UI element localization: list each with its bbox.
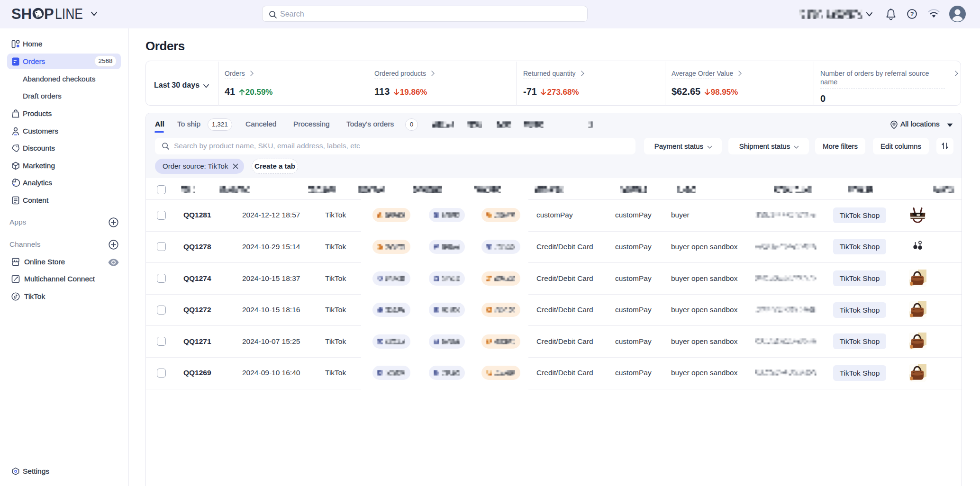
- svg-text:?: ?: [910, 11, 914, 18]
- svg-text:P: P: [44, 7, 54, 21]
- svg-text:SH: SH: [11, 7, 32, 21]
- svg-text:LINE: LINE: [55, 7, 83, 21]
